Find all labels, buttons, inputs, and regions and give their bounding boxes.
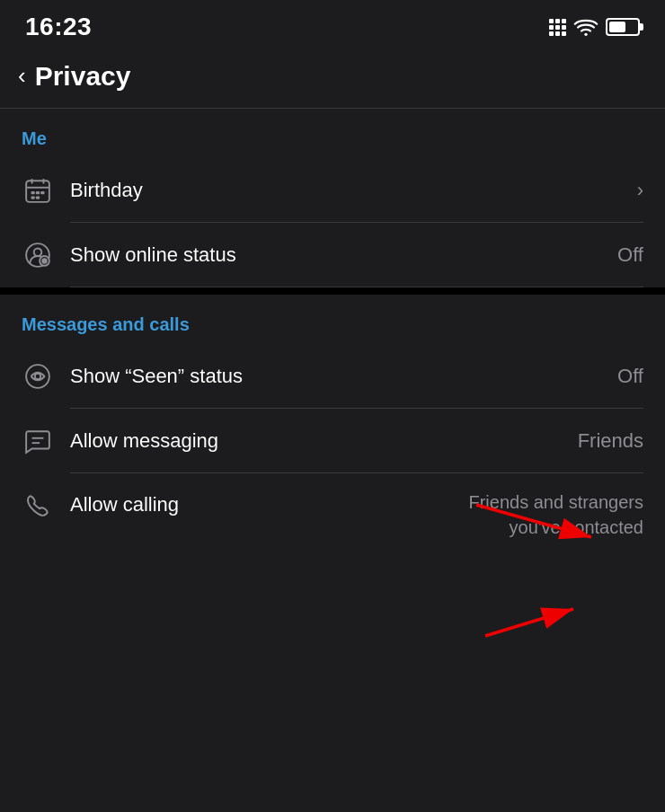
page-wrapper: 16:23 ‹ Privacy: [0, 0, 665, 554]
section-header-messages: Messages and calls: [0, 295, 665, 344]
online-status-label: Show online status: [70, 243, 236, 267]
nav-bar: ‹ Privacy: [0, 50, 665, 108]
svg-rect-5: [31, 191, 35, 194]
svg-rect-9: [36, 196, 40, 199]
section-label-me: Me: [22, 128, 47, 148]
status-bar: 16:23: [0, 0, 665, 50]
calendar-icon: [22, 174, 54, 207]
online-status-row[interactable]: Show online status Off: [0, 223, 665, 287]
allow-calling-row[interactable]: Allow calling Friends and strangersyou'v…: [0, 473, 665, 554]
message-seen-icon: [22, 360, 54, 393]
seen-status-row-content: Show “Seen” status Off: [70, 344, 643, 409]
svg-rect-7: [40, 191, 44, 194]
wifi-icon: [573, 18, 598, 36]
section-header-me: Me: [0, 109, 665, 158]
person-circle-icon: [22, 239, 54, 271]
allow-messaging-row[interactable]: Allow messaging Friends: [0, 409, 665, 473]
phone-icon: [22, 490, 54, 522]
online-status-text: Off: [617, 243, 643, 267]
birthday-row[interactable]: Birthday ›: [0, 158, 665, 223]
svg-point-14: [26, 365, 49, 388]
back-chevron-icon: ‹: [18, 64, 26, 87]
chevron-right-icon: ›: [637, 179, 643, 202]
online-status-value: Off: [617, 243, 643, 267]
allow-messaging-label: Allow messaging: [70, 429, 218, 453]
birthday-label: Birthday: [70, 179, 143, 202]
seen-status-row[interactable]: Show “Seen” status Off: [0, 344, 665, 409]
message-icon: [22, 425, 54, 457]
allow-calling-label: Allow calling: [70, 490, 179, 516]
svg-rect-8: [31, 196, 35, 199]
signal-icon: [549, 19, 566, 36]
section-label-messages: Messages and calls: [22, 314, 190, 334]
allow-calling-value: Friends and strangersyou've contacted: [468, 490, 643, 540]
section-thick-divider: [0, 287, 665, 295]
allow-messaging-text: Friends: [578, 429, 643, 453]
online-status-row-content: Show online status Off: [70, 223, 643, 287]
nav-title: Privacy: [35, 61, 131, 92]
allow-calling-text: Friends and strangersyou've contacted: [468, 492, 643, 537]
birthday-value: ›: [634, 179, 643, 202]
birthday-row-content: Birthday ›: [70, 158, 643, 223]
messaging-row-content: Allow messaging Friends: [70, 409, 643, 473]
svg-point-13: [41, 258, 47, 263]
arrow-allow-messaging: [485, 609, 573, 636]
status-time: 16:23: [25, 13, 92, 41]
seen-status-text: Off: [617, 365, 643, 388]
back-button[interactable]: ‹ Privacy: [18, 57, 130, 95]
svg-point-0: [584, 33, 587, 36]
battery-icon: [606, 18, 640, 36]
seen-status-value: Off: [617, 365, 643, 388]
svg-point-11: [34, 249, 42, 257]
seen-status-label: Show “Seen” status: [70, 365, 243, 388]
status-icons: [549, 18, 640, 36]
svg-point-15: [35, 374, 40, 379]
allow-messaging-value: Friends: [578, 429, 643, 453]
svg-rect-6: [36, 191, 40, 194]
calling-row-content: Allow calling Friends and strangersyou'v…: [70, 486, 643, 540]
